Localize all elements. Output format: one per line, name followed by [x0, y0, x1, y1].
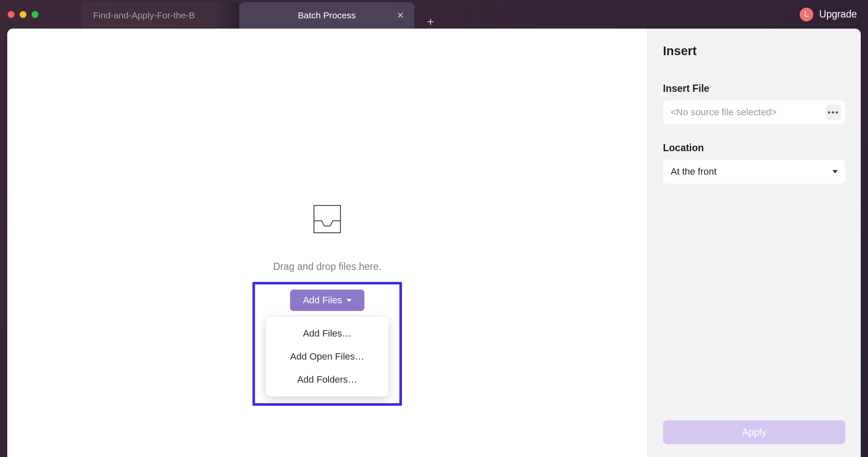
panel-title: Insert	[663, 44, 845, 58]
location-value: At the front	[671, 166, 717, 177]
add-files-highlight: Add Files Add Files… Add Open Files… Add…	[252, 282, 402, 406]
avatar-initial: L	[804, 10, 809, 19]
chevron-down-icon	[346, 299, 352, 302]
inbox-tray-icon	[311, 204, 343, 236]
source-file-field[interactable]: <No source file selected> •••	[663, 100, 845, 124]
drop-hint-text: Drag and drop files here.	[273, 261, 381, 272]
side-panel: Insert Insert File <No source file selec…	[647, 29, 861, 457]
user-avatar[interactable]: L	[800, 8, 813, 21]
location-select[interactable]: At the front	[663, 160, 845, 184]
titlebar: Find-and-Apply-For-the-B Batch Process ✕…	[0, 0, 868, 29]
tab-label: Find-and-Apply-For-the-B	[93, 10, 195, 21]
menu-add-files[interactable]: Add Files…	[266, 322, 388, 345]
minimize-window-icon[interactable]	[20, 11, 26, 18]
source-file-placeholder: <No source file selected>	[671, 107, 826, 118]
fullscreen-window-icon[interactable]	[32, 11, 38, 18]
apply-button[interactable]: Apply	[663, 420, 845, 444]
new-tab-button[interactable]: +	[422, 15, 439, 29]
tab-fade	[214, 2, 239, 29]
close-window-icon[interactable]	[8, 11, 15, 18]
tab-strip: Find-and-Apply-For-the-B Batch Process ✕…	[81, 0, 800, 29]
location-label: Location	[663, 142, 845, 154]
add-files-label: Add Files	[303, 295, 342, 306]
menu-add-open-files[interactable]: Add Open Files…	[266, 345, 388, 368]
app-window: Drag and drop files here. Add Files Add …	[7, 29, 861, 457]
window-controls	[8, 11, 38, 18]
close-tab-icon[interactable]: ✕	[397, 10, 404, 21]
tab-batch-process[interactable]: Batch Process ✕	[239, 2, 414, 29]
ellipsis-icon: •••	[827, 108, 839, 117]
drop-area[interactable]: Drag and drop files here. Add Files Add …	[7, 29, 647, 457]
menu-add-folders[interactable]: Add Folders…	[266, 368, 388, 391]
apply-bar: Apply	[663, 420, 845, 444]
top-right-controls: L Upgrade	[800, 8, 868, 21]
upgrade-link[interactable]: Upgrade	[819, 9, 857, 20]
chevron-down-icon	[833, 170, 838, 173]
add-files-button[interactable]: Add Files	[290, 290, 364, 311]
tab-document[interactable]: Find-and-Apply-For-the-B	[81, 2, 239, 29]
browse-file-button[interactable]: •••	[826, 105, 841, 120]
tab-label: Batch Process	[298, 10, 355, 21]
insert-file-label: Insert File	[663, 83, 845, 94]
add-files-menu: Add Files… Add Open Files… Add Folders…	[266, 317, 388, 396]
